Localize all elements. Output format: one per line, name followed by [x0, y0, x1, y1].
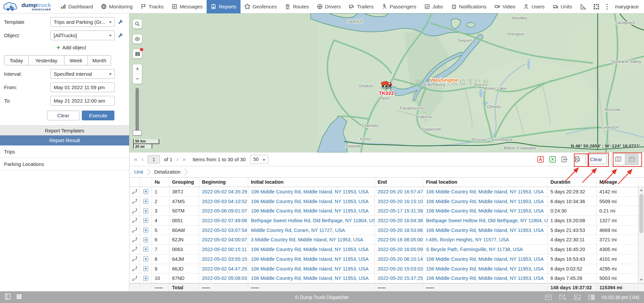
table-cell[interactable]: 106 Middle Country Rd, Middle Island, NY… — [423, 264, 548, 274]
report-templates-section[interactable]: Report Templates — [0, 125, 129, 135]
expand-row-icon[interactable]: + — [140, 245, 152, 254]
object-settings-wrench-icon[interactable] — [118, 33, 123, 38]
table-cell[interactable]: Middle Country Rd, Coram, NY 11727, USA — [248, 226, 375, 235]
table-cell[interactable]: 106 Middle Country Rd, Middle Island, NY… — [248, 274, 375, 283]
table-cell[interactable]: S Bicycle Path, Farmingville, NY 11738, … — [423, 245, 548, 254]
map-search-button[interactable] — [133, 19, 142, 28]
breadcrumb-unit-link[interactable]: Unit — [134, 169, 143, 175]
table-cell[interactable]: I-495, Roslyn Heights, NY 11577, USA — [423, 235, 548, 244]
template-settings-wrench-icon[interactable] — [118, 19, 123, 25]
table-cell[interactable]: 106 Middle Country Rd, Middle Island, NY… — [248, 197, 375, 206]
table-scrollbar[interactable] — [638, 187, 644, 283]
nav-item-tracks[interactable]: Tracks — [137, 0, 167, 13]
last-page-button[interactable]: » — [182, 156, 186, 162]
table-cell[interactable]: Bethpage Sweet Hollow Rd, Old Bethpage, … — [248, 216, 375, 225]
kebab-menu-icon[interactable] — [606, 3, 608, 10]
show-track-icon[interactable] — [129, 216, 140, 225]
nav-item-users[interactable]: Users — [519, 0, 548, 13]
scrollbar-thumb[interactable] — [639, 194, 643, 233]
zoom-out-button[interactable]: − — [133, 74, 142, 84]
page-size-select[interactable]: 50 — [250, 155, 268, 164]
range-button-month[interactable]: Month — [88, 55, 111, 65]
table-cell[interactable]: 2022-05-20 16:15:10 — [375, 197, 423, 206]
table-cell[interactable]: 106 Middle Country Rd, Middle Island, NY… — [423, 197, 548, 206]
table-cell[interactable]: 106 Middle Country Rd, Middle Island, NY… — [248, 245, 375, 254]
scroll-up-icon[interactable] — [640, 189, 643, 191]
notes-icon[interactable] — [545, 295, 552, 300]
nav-item-monitoring[interactable]: Monitoring — [97, 0, 137, 13]
map-view-toggle-icon[interactable] — [611, 154, 625, 165]
table-cell[interactable]: 106 Middle Country Rd, Middle Island, NY… — [423, 226, 548, 235]
expand-row-icon[interactable]: + — [140, 235, 152, 244]
table-cell[interactable]: 2022-05-02 03:07:54 — [199, 226, 248, 235]
send-mail-icon[interactable] — [559, 295, 567, 300]
export-excel-icon[interactable] — [549, 156, 556, 163]
table-cell[interactable]: 106 Middle Country Rd, Middle Island, NY… — [423, 187, 548, 196]
table-cell[interactable]: 2022-05-02 07:49:06 — [199, 216, 248, 225]
table-cell[interactable]: 2022-05-02 04:47:25 — [199, 264, 248, 274]
map-layers-button[interactable] — [133, 49, 142, 58]
nav-item-jobs[interactable]: Jobs — [420, 0, 447, 13]
table-cell[interactable]: 2022-05-20 16:04:38 — [375, 216, 423, 225]
nav-item-units[interactable]: Units — [549, 0, 576, 13]
nav-item-routes[interactable]: Routes — [281, 0, 313, 13]
table-cell[interactable]: 2022-05-20 16:57:47 — [375, 187, 423, 196]
show-track-icon[interactable] — [129, 197, 140, 206]
object-select[interactable]: [AllTrucks] — [50, 31, 115, 40]
table-cell[interactable]: 2022-05-02 04:00:07 — [199, 235, 248, 244]
expand-row-icon[interactable]: + — [140, 206, 152, 216]
range-button-week[interactable]: Week — [64, 55, 88, 65]
table-cell[interactable]: Bethpage Sweet Hollow Rd, Old Bethpage, … — [423, 216, 548, 225]
table-cell[interactable]: 106 Middle Country Rd, Middle Island, NY… — [423, 274, 548, 283]
expand-row-icon[interactable]: + — [140, 274, 152, 283]
map-zoom-slider-thumb[interactable] — [133, 130, 142, 135]
table-cell[interactable]: 2022-05-20 06:10:14 — [375, 254, 423, 264]
prev-page-button[interactable]: ‹ — [142, 156, 144, 162]
page-number-input[interactable]: 1 — [148, 155, 160, 164]
clear-report-button[interactable]: Clear — [585, 154, 607, 164]
measure-icon[interactable] — [580, 3, 587, 10]
table-cell[interactable]: 106 Middle Country Rd, Middle Island, NY… — [248, 187, 375, 196]
expand-row-icon[interactable]: + — [140, 216, 152, 225]
export-pdf-icon[interactable] — [537, 156, 544, 163]
report-result-section[interactable]: Report Result — [0, 135, 129, 145]
map-zoom-slider-track[interactable] — [136, 88, 139, 131]
table-cell[interactable]: 106 Middle Country Rd, Middle Island, NY… — [248, 254, 375, 264]
result-item-trips[interactable]: Trips — [0, 145, 129, 158]
expand-row-icon[interactable]: + — [140, 264, 152, 274]
split-view-toggle-icon[interactable] — [625, 154, 638, 165]
book-panel-icon[interactable] — [588, 295, 595, 300]
show-track-icon[interactable] — [129, 254, 140, 264]
nav-item-drivers[interactable]: Drivers — [313, 0, 345, 13]
table-cell[interactable]: 3 Middle Country Rd, Middle Island, NY 1… — [248, 235, 375, 244]
show-track-icon[interactable] — [129, 274, 140, 283]
table-cell[interactable]: 2022-05-02 00:15:11 — [199, 245, 248, 254]
clear-form-button[interactable]: Clear — [47, 111, 79, 120]
zoom-in-button[interactable]: + — [133, 64, 142, 74]
show-track-icon[interactable] — [129, 226, 140, 235]
table-cell[interactable]: 2022-05-20 18:53:06 — [375, 226, 423, 235]
nav-item-video[interactable]: Video — [490, 0, 519, 13]
table-cell[interactable]: 2022-05-03 04:10:52 — [199, 197, 248, 206]
template-select[interactable]: Trips and Parking (Gr... — [50, 17, 115, 27]
expand-row-icon[interactable]: + — [140, 187, 152, 196]
range-button-today[interactable]: Today — [4, 55, 29, 65]
map-canvas[interactable]: WASHINGTON SaanichWoolleyArlingtonSequim… — [129, 13, 644, 153]
show-track-icon[interactable] — [129, 245, 140, 254]
breadcrumb-detalization-tab[interactable]: Detalization — [154, 169, 180, 175]
expand-row-icon[interactable]: + — [140, 197, 152, 206]
username[interactable]: marygrace — [615, 4, 639, 9]
table-cell[interactable]: 2022-05-02 03:55:15 — [199, 254, 248, 264]
map-visibility-button[interactable] — [133, 35, 142, 44]
table-cell[interactable]: 106 Middle Country Rd, Middle Island, NY… — [423, 254, 548, 264]
export-file-icon[interactable] — [561, 156, 569, 163]
nav-item-geofences[interactable]: Geofences — [240, 0, 281, 13]
show-track-icon[interactable] — [129, 206, 140, 216]
table-cell[interactable]: 106 Middle Country Rd, Middle Island, NY… — [248, 264, 375, 274]
interval-select[interactable]: Specified interval — [50, 69, 115, 79]
nav-item-trailers[interactable]: Trailers — [345, 0, 377, 13]
nav-item-notifications[interactable]: Notifications — [447, 0, 491, 13]
first-page-button[interactable]: « — [134, 156, 138, 162]
nav-item-dashboard[interactable]: Dashboard — [56, 0, 97, 13]
next-page-button[interactable]: › — [176, 156, 178, 162]
